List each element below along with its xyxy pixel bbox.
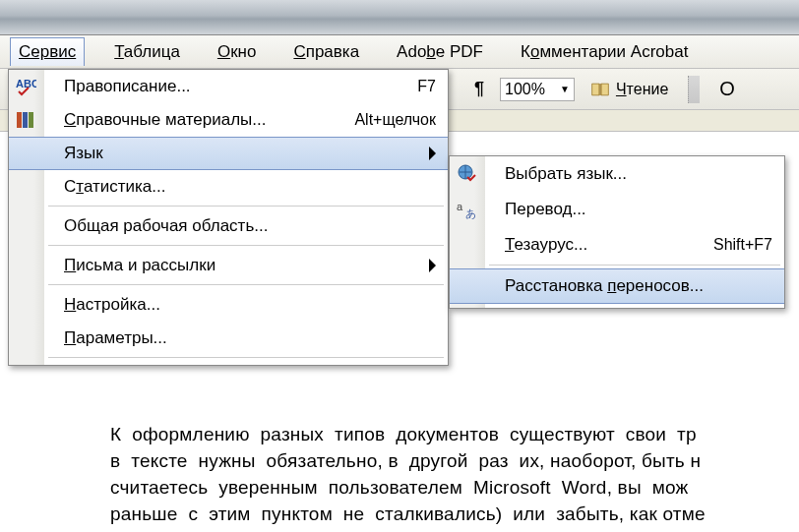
globe-check-icon — [456, 163, 477, 185]
submenu-item-hyphenation[interactable]: Расстановка переносов... — [450, 268, 784, 304]
menu-item-mailings[interactable]: Письма и рассылки — [9, 249, 448, 282]
submenu-arrow-icon — [429, 147, 436, 160]
zoom-combobox[interactable]: 100% ▼ — [500, 78, 575, 101]
window-titlebar — [0, 0, 799, 35]
pilcrow-button[interactable]: ¶ — [468, 77, 490, 101]
reading-button[interactable]: Чтение — [584, 79, 674, 100]
spellcheck-icon: ABC — [15, 76, 36, 97]
doc-line: в тексте нужны обязательно, в другой раз… — [110, 447, 799, 474]
menu-separator — [48, 284, 444, 286]
toolbar-overflow[interactable] — [688, 76, 700, 103]
menu-item-language[interactable]: Язык — [9, 137, 448, 170]
doc-line: К оформлению разных типов документов сущ… — [110, 421, 799, 447]
service-dropdown: ABC Правописание... F7 Справочные матери… — [8, 69, 449, 366]
menu-item-customize[interactable]: Настройка... — [9, 288, 448, 322]
svg-rect-1 — [17, 112, 22, 128]
submenu-item-translate[interactable]: aあ Перевод... — [450, 192, 784, 227]
research-icon — [15, 109, 36, 131]
svg-rect-2 — [23, 112, 28, 128]
zoom-value: 100% — [505, 81, 558, 98]
submenu-arrow-icon — [429, 259, 436, 272]
submenu-item-thesaurus[interactable]: Тезаурус... Shift+F7 — [450, 227, 784, 263]
svg-rect-3 — [29, 112, 33, 128]
menu-separator — [48, 245, 444, 247]
doc-line: раньше с этим пунктом не сталкивались) и… — [110, 501, 799, 527]
book-icon — [590, 82, 610, 97]
submenu-item-choose-language[interactable]: Выбрать язык... — [450, 156, 784, 192]
language-submenu: Выбрать язык... aあ Перевод... Тезаурус..… — [449, 155, 785, 309]
svg-text:a: a — [457, 201, 463, 212]
svg-text:あ: あ — [465, 207, 476, 219]
menu-item-options[interactable]: Параметры... — [9, 322, 448, 355]
menu-acrobat-comments[interactable]: Комментарии Acrobat — [513, 38, 696, 66]
menu-service[interactable]: Сервис — [10, 37, 85, 66]
doc-line: считаетесь уверенным пользователем Micro… — [110, 474, 799, 501]
menu-table[interactable]: Таблица — [106, 38, 188, 66]
menu-window[interactable]: Окно — [210, 38, 265, 66]
menu-item-spelling[interactable]: ABC Правописание... F7 — [9, 70, 448, 103]
menu-item-research[interactable]: Справочные материалы... Alt+щелчок — [9, 103, 448, 137]
translate-icon: aあ — [456, 199, 477, 220]
menu-help[interactable]: Справка — [285, 38, 367, 66]
truncated-text: О — [709, 78, 735, 100]
shortcut-label: F7 — [417, 78, 436, 95]
menu-item-statistics[interactable]: Статистика... — [9, 170, 448, 204]
menubar: Сервис Таблица Окно Справка Adobe PDF Ко… — [0, 35, 799, 69]
svg-text:ABC: ABC — [16, 78, 36, 89]
menu-separator — [489, 265, 780, 266]
menu-separator — [48, 357, 444, 359]
menu-item-shared-workspace[interactable]: Общая рабочая область... — [9, 209, 448, 243]
menu-adobe-pdf[interactable]: Adobe PDF — [389, 38, 491, 66]
shortcut-label: Shift+F7 — [713, 236, 772, 254]
chevron-down-icon[interactable]: ▼ — [560, 84, 570, 94]
menu-separator — [48, 206, 444, 207]
shortcut-label: Alt+щелчок — [354, 111, 436, 129]
document-body[interactable]: К оформлению разных типов документов сущ… — [110, 421, 799, 527]
